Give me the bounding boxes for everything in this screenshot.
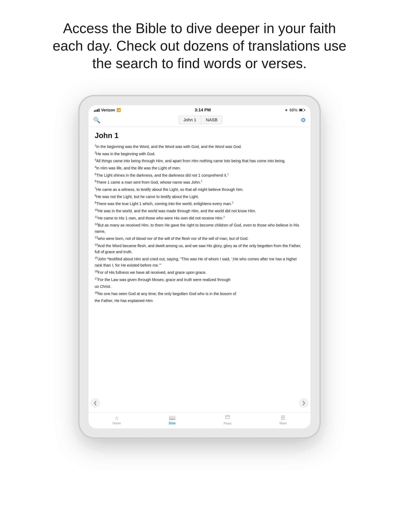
tab-more-label: More <box>279 422 286 425</box>
previous-chapter-button[interactable]: ❮ <box>90 398 100 408</box>
bible-content-area[interactable]: John 1 1In the beginning was the Word, a… <box>89 127 310 412</box>
list-item: 12But as many as received Him, to them H… <box>95 222 304 234</box>
list-item: 4In Him was life, and the life was the L… <box>95 165 304 171</box>
footnote-ref: 2 <box>201 180 202 183</box>
tab-more[interactable]: ☰ More <box>279 415 286 425</box>
signal-bars-icon <box>94 108 100 112</box>
footnote-ref: 1 <box>227 172 229 176</box>
status-right: ∗ 68% <box>285 108 305 112</box>
verse-number: 9 <box>95 201 96 204</box>
list-item: 10He was in the world, and the world was… <box>95 208 304 214</box>
list-item: 6There 1 came a man sent from God, whose… <box>95 179 304 185</box>
battery-percent: 68% <box>290 108 297 112</box>
verse-number: 14 <box>95 243 98 246</box>
tab-bar: ⌂ Home 📖 Bible Plans ☰ <box>89 412 310 428</box>
device-frame: Verizon 📶 3:14 PM ∗ 68% 🔍 John 1 NASB <box>79 95 320 438</box>
list-item: 11He came to His 1 own, and those who we… <box>95 215 304 221</box>
verse-number: 3 <box>95 158 96 161</box>
list-item: 9There was the true Light 1 which, comin… <box>95 200 304 207</box>
tab-home[interactable]: ⌂ Home <box>112 415 121 425</box>
carrier-label: Verizon <box>101 108 115 112</box>
list-item: us Christ. <box>95 283 304 290</box>
verse-number: 17 <box>95 277 98 280</box>
verse-number: 18 <box>95 291 98 294</box>
list-item: 14And the Word became flesh, and dwelt a… <box>95 242 304 255</box>
status-bar: Verizon 📶 3:14 PM ∗ 68% <box>89 105 310 114</box>
search-icon[interactable]: 🔍 <box>93 117 100 123</box>
list-item: 3All things came into being through Him,… <box>95 158 304 164</box>
ipad-screen: Verizon 📶 3:14 PM ∗ 68% 🔍 John 1 NASB <box>89 105 310 428</box>
bible-icon: 📖 <box>169 415 175 421</box>
verse-number: 6 <box>95 180 96 183</box>
list-item: 8He was not the Light, but he came to te… <box>95 193 304 200</box>
book-selector-button[interactable]: John 1 <box>179 116 201 124</box>
verse-number: 15 <box>95 256 98 259</box>
translation-selector-button[interactable]: NASB <box>201 116 223 124</box>
footnote-ref: 3 <box>232 201 233 204</box>
verse-number: 4 <box>95 165 96 168</box>
next-chapter-button[interactable]: ❯ <box>299 398 309 408</box>
bluetooth-icon: ∗ <box>285 108 288 112</box>
wifi-icon: 📶 <box>116 108 121 112</box>
svg-rect-0 <box>225 416 230 419</box>
list-item: 5The Light shines in the darkness, and t… <box>95 172 304 178</box>
tab-bible-label: Bible <box>169 422 176 425</box>
verse-number: 5 <box>95 172 96 176</box>
verse-number: 13 <box>95 236 98 239</box>
tab-bible[interactable]: 📖 Bible <box>169 415 176 425</box>
verse-number: 2 <box>95 151 96 154</box>
battery-icon <box>299 109 305 111</box>
list-item: 16For of His fullness we have all receiv… <box>95 269 304 276</box>
tab-home-label: Home <box>112 422 121 425</box>
list-item: 18No one has seen God at any time; the o… <box>95 290 304 297</box>
more-icon: ☰ <box>281 415 285 421</box>
plans-icon <box>225 415 230 421</box>
verse-number: 7 <box>95 187 96 190</box>
verse-number: 8 <box>95 194 96 197</box>
verse-number: 10 <box>95 208 98 211</box>
verse-number: 1 <box>95 144 96 147</box>
nav-center-buttons: John 1 NASB <box>179 116 223 124</box>
tab-plans-label: Plans <box>224 422 232 425</box>
list-item: 15John *testified about Him and cried ou… <box>95 256 304 268</box>
list-item: 2He was in the beginning with God. <box>95 151 304 157</box>
list-item: 1In the beginning was the Word, and the … <box>95 143 304 150</box>
headline-text: Access the Bible to dive deeper in your … <box>44 19 355 72</box>
footnote-ref: 4 <box>223 215 225 218</box>
tab-plans[interactable]: Plans <box>224 415 232 425</box>
list-item: the Father, He has explained Him. <box>95 298 304 304</box>
verse-number: 11 <box>95 215 98 218</box>
verse-number: 16 <box>95 270 98 273</box>
status-left: Verizon 📶 <box>94 108 121 112</box>
list-item: 17For the Law was given through Moses; g… <box>95 276 304 283</box>
settings-icon[interactable]: ⚙ <box>301 117 306 123</box>
verse-number: 12 <box>95 222 98 226</box>
verse-content: 1In the beginning was the Word, and the … <box>95 143 304 304</box>
list-item: 7He came as a witness, to testify about … <box>95 186 304 193</box>
navigation-bar: 🔍 John 1 NASB ⚙ <box>89 114 310 127</box>
chapter-title: John 1 <box>95 132 304 140</box>
clock-display: 3:14 PM <box>195 108 211 113</box>
list-item: 13who were born, not of blood nor of the… <box>95 235 304 242</box>
home-icon: ⌂ <box>115 415 118 421</box>
